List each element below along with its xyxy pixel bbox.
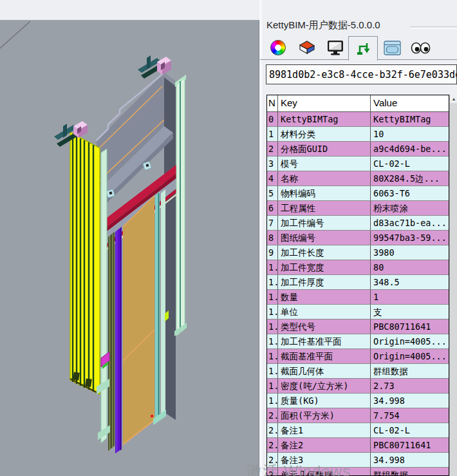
infill-panel	[123, 196, 154, 444]
cell-value: 34.998	[371, 453, 449, 467]
cell-value: CL-02-L	[371, 423, 449, 437]
cell-n: 7	[267, 216, 278, 230]
eyes-icon[interactable]	[410, 38, 431, 57]
cell-value: 99547ba3-59...	[371, 231, 449, 245]
cell-n: 5	[267, 186, 278, 200]
table-row[interactable]: 2分格面GUIDa9c4d694-be...	[267, 142, 449, 157]
table-row[interactable]: 8图纸编号99547ba3-59...	[267, 231, 449, 245]
cell-n: 2.	[267, 423, 278, 437]
cell-n: 1.	[267, 260, 278, 274]
table-row[interactable]: 1.数量1	[267, 290, 449, 305]
cell-n: 1.	[267, 394, 278, 408]
app-window: { "window": { "title": "KettyBIM-用户数据-5.…	[0, 0, 457, 476]
cell-key: 备注1	[278, 423, 371, 437]
table-row[interactable]: 1.密度(吨/立方米)2.73	[267, 379, 449, 394]
cell-key: 加工件宽度	[278, 260, 371, 274]
header-value: Value	[371, 95, 449, 111]
cell-key: 加工件长度	[278, 245, 371, 260]
cell-n: 2	[267, 142, 278, 156]
cell-value: 2.73	[371, 379, 449, 393]
insert-data-icon[interactable]	[353, 38, 374, 57]
table-row[interactable]: 1.加工件基准平面Origin=4005...	[267, 334, 449, 349]
cell-value: 3980	[371, 245, 449, 260]
cell-n: 1.	[267, 379, 278, 393]
cell-n: 4	[267, 171, 278, 186]
cell-value: 粉末喷涂	[371, 201, 449, 215]
table-row[interactable]: 6工程属性粉末喷涂	[267, 201, 449, 216]
table-row[interactable]: 2.备注2PBC80711641	[267, 438, 449, 453]
pie-slice-glyph	[298, 41, 315, 55]
cell-value: 群组数据	[371, 468, 449, 476]
cell-n: 2.	[267, 408, 278, 423]
table-row[interactable]: 7加工件编号d83ac71b-ea...	[267, 216, 449, 231]
scrollbar-up-icon[interactable]: ▲	[450, 95, 457, 103]
cell-value: 1	[371, 290, 449, 304]
cell-key: 截面基准平面	[278, 349, 371, 363]
cell-key: 图纸编号	[278, 231, 371, 245]
cell-n: 3	[267, 157, 278, 171]
cell-n: 2.	[267, 438, 278, 452]
table-row[interactable]: 1.质量(KG)34.998	[267, 394, 449, 408]
cell-value: a9c4d694-be...	[371, 142, 449, 156]
title-groove-line	[410, 26, 457, 29]
splitter[interactable]	[259, 0, 262, 476]
cell-value: 7.754	[371, 408, 449, 423]
cell-value: 34.998	[371, 394, 449, 408]
cell-key: 密度(吨/立方米)	[278, 379, 371, 393]
cell-value: PBC80711641	[371, 438, 449, 452]
cell-n: 1.	[267, 334, 278, 348]
table-row[interactable]: 2.备注1CL-02-L	[267, 423, 449, 438]
window-glyph	[384, 41, 401, 55]
table-header: N Key Value	[267, 95, 449, 112]
guid-input[interactable]	[266, 64, 457, 84]
table-row[interactable]: 1.单位支	[267, 305, 449, 319]
cell-key: 模号	[278, 157, 371, 171]
table-row[interactable]: 1.截面几何体群组数据	[267, 364, 449, 379]
cell-key: 工程属性	[278, 201, 371, 215]
table-row[interactable]: 1.加工件厚度348.5	[267, 275, 449, 290]
cell-value: 80X284.5边...	[371, 171, 449, 186]
panel-title: KettyBIM-用户数据-5.0.0.0	[266, 19, 380, 32]
table-row[interactable]: 3模号CL-02-L	[267, 157, 449, 171]
viewport-3d[interactable]	[0, 20, 259, 476]
cell-key: 备注2	[278, 438, 371, 452]
vertical-scrollbar[interactable]: ▲	[449, 95, 457, 476]
cell-key: 面积(平方米)	[278, 408, 371, 423]
color-wheel-icon[interactable]	[268, 38, 288, 57]
table-row[interactable]: 1.截面基准平面Origin=4005...	[267, 349, 449, 364]
cell-value: 80	[371, 260, 449, 274]
cell-n: 9	[267, 245, 278, 260]
table-row[interactable]: 2.面积(平方米)7.754	[267, 408, 449, 423]
table-row[interactable]: 1.加工件宽度80	[267, 260, 449, 275]
cell-key: 材料分类	[278, 127, 371, 141]
activate-windows-watermark: 激活 Windows	[247, 461, 351, 476]
monitor-icon[interactable]	[325, 38, 346, 57]
cell-n: 0	[267, 112, 278, 126]
cell-n: 1	[267, 127, 278, 141]
cell-value: 10	[371, 127, 449, 141]
color-wheel-glyph	[270, 40, 286, 55]
cell-key: 数量	[278, 290, 371, 304]
cell-n: 1.	[267, 305, 278, 319]
cell-key: 名称	[278, 171, 371, 186]
eyes-glyph	[411, 42, 431, 54]
table-row[interactable]: 1.类型代号PBC80711641	[267, 319, 449, 334]
pie-slice-icon[interactable]	[296, 38, 317, 57]
cell-n: 1.	[267, 319, 278, 334]
cell-key: 类型代号	[278, 319, 371, 334]
table-row[interactable]: 5物料编码6063-T6	[267, 186, 449, 201]
cell-key: KettyBIMTag	[278, 112, 371, 126]
strip-purple	[115, 227, 122, 453]
cell-value: PBC80711641	[371, 319, 449, 334]
header-key: Key	[278, 95, 371, 111]
table-row[interactable]: 9加工件长度3980	[267, 245, 449, 260]
cell-value: 348.5	[371, 275, 449, 289]
cell-n: 6	[267, 201, 278, 215]
cell-value: 6063-T6	[371, 186, 449, 200]
window-icon[interactable]	[382, 38, 402, 57]
table-row[interactable]: 4名称80X284.5边...	[267, 171, 449, 186]
cell-value: d83ac71b-ea...	[371, 216, 449, 230]
cell-n: 8	[267, 231, 278, 245]
table-row[interactable]: 1材料分类10	[267, 127, 449, 142]
table-row[interactable]: 0KettyBIMTagKettyBIMTag	[267, 112, 449, 127]
